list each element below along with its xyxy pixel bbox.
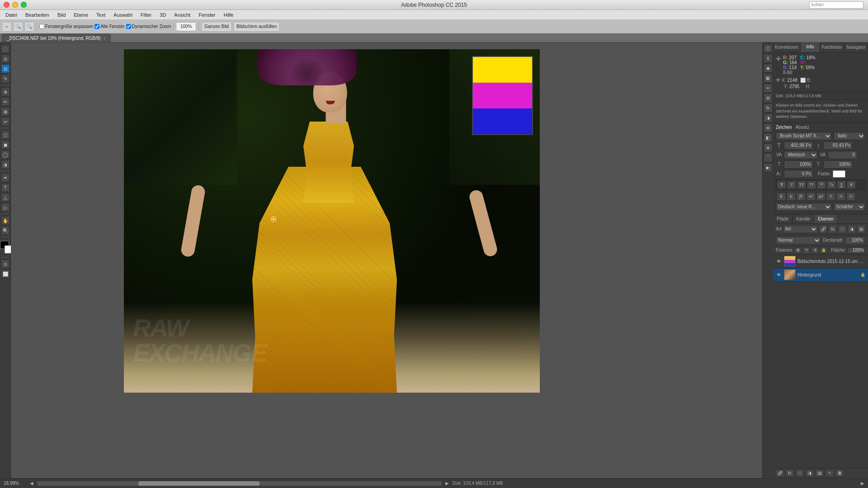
sharpening-select[interactable]: Schärfer bbox=[834, 203, 865, 211]
swash-btn[interactable]: ∫T bbox=[797, 192, 806, 201]
layer-vis-1[interactable]: 👁 bbox=[776, 258, 782, 264]
blur-tool[interactable]: ◯ bbox=[1, 150, 10, 159]
ebenen-tab[interactable]: Ebenen bbox=[814, 215, 837, 223]
hand-tool[interactable]: ✋ bbox=[1, 216, 10, 225]
discretion-btn[interactable]: T bbox=[826, 192, 835, 201]
search-box[interactable]: kohler bbox=[809, 1, 863, 9]
kanaele-tab[interactable]: Kanäle bbox=[793, 215, 814, 223]
tab-absatz[interactable]: Absatz bbox=[796, 125, 810, 130]
fix-lock-btn[interactable]: 🔒 bbox=[820, 247, 827, 253]
pfade-tab[interactable]: Pfade bbox=[773, 215, 793, 223]
actions-btn[interactable]: ▶ bbox=[764, 163, 773, 172]
subscript-btn[interactable]: T₂ bbox=[827, 181, 836, 189]
tab-korrekturen[interactable]: Korrekturen bbox=[773, 42, 801, 52]
art-select[interactable]: Art bbox=[783, 225, 818, 233]
tab-navigator[interactable]: Navigator bbox=[844, 42, 868, 52]
clone-tool[interactable]: ⊠ bbox=[1, 107, 10, 116]
opacity-input[interactable] bbox=[845, 236, 865, 244]
layer-screenshot[interactable]: 👁 Bildschirmfoto 2015-12-15 um 10.47.08 bbox=[773, 255, 868, 268]
menu-bearbeiten[interactable]: Bearbeiten bbox=[22, 11, 53, 19]
menu-fenster[interactable]: Fenster bbox=[195, 11, 219, 19]
fenstergroesse-checkbox[interactable] bbox=[39, 24, 44, 29]
layer-group-btn2[interactable]: ▤ bbox=[816, 469, 824, 477]
titling-btn[interactable]: aT bbox=[807, 192, 816, 201]
menu-hilfe[interactable]: Hilfe bbox=[220, 11, 237, 19]
blend-mode-select[interactable]: Normal bbox=[776, 236, 821, 244]
brush-tool[interactable]: ✏ bbox=[1, 97, 10, 106]
ligature-btn[interactable]: fi bbox=[777, 192, 786, 201]
tab-zeichen[interactable]: Zeichen bbox=[776, 125, 792, 130]
superscript-btn[interactable]: T² bbox=[817, 181, 826, 189]
close-button[interactable] bbox=[4, 2, 9, 8]
dynamischer-zoom-checkbox[interactable] bbox=[126, 24, 131, 29]
minimize-button[interactable] bbox=[12, 2, 18, 8]
paths-btn[interactable]: ⌒ bbox=[764, 153, 773, 162]
strikethrough-btn[interactable]: T bbox=[847, 181, 856, 189]
lasso-tool[interactable]: ⊝ bbox=[1, 54, 10, 63]
font-style-select[interactable]: Italic bbox=[834, 132, 865, 140]
tab-farbfelder[interactable]: Farbfelder bbox=[820, 42, 845, 52]
checkbox-fenstergroesse[interactable]: Fenstergröße anpassen bbox=[39, 24, 93, 29]
menu-ansicht[interactable]: Ansicht bbox=[170, 11, 194, 19]
mask-btn[interactable]: ⊕ bbox=[764, 123, 773, 132]
layer-vis-2[interactable]: 👁 bbox=[776, 272, 782, 278]
bildschirm-button[interactable]: Bildschirm ausfüllen bbox=[233, 22, 280, 32]
text-tool[interactable]: T bbox=[1, 183, 10, 192]
menu-ebene[interactable]: Ebene bbox=[70, 11, 92, 19]
history-tool[interactable]: ↩ bbox=[1, 117, 10, 126]
layers-adjust-btn[interactable]: ◑ bbox=[848, 225, 856, 233]
checkbox-dynamischer-zoom[interactable]: Dynamischer Zoom bbox=[126, 24, 171, 29]
layers-link-btn[interactable]: 🔗 bbox=[819, 225, 827, 233]
toolbar-move-tool[interactable]: ↔ bbox=[2, 22, 12, 32]
allcaps-btn[interactable]: TT bbox=[797, 181, 806, 189]
menu-3d[interactable]: 3D bbox=[156, 11, 170, 19]
underline-btn[interactable]: T bbox=[837, 181, 846, 189]
dodge-tool[interactable]: ◑ bbox=[1, 160, 10, 169]
font-select[interactable]: Brush Script MT It... bbox=[776, 132, 832, 140]
tab-info[interactable]: Info bbox=[801, 42, 820, 52]
layers-group-btn[interactable]: ▤ bbox=[857, 225, 865, 233]
scale-h-input[interactable] bbox=[784, 160, 813, 169]
zoom-tool[interactable]: 🔍 bbox=[1, 226, 10, 235]
tab-close[interactable]: × bbox=[104, 36, 106, 41]
font-size-input[interactable] bbox=[784, 141, 813, 150]
channels-btn[interactable]: ⊗ bbox=[764, 143, 773, 152]
layer-mask-btn2[interactable]: □ bbox=[796, 469, 804, 477]
smallcaps-btn[interactable]: TT bbox=[807, 181, 816, 189]
colorpicker-btn[interactable]: ◉ bbox=[764, 64, 773, 73]
fix-pos-btn[interactable]: ⊞ bbox=[794, 247, 802, 253]
styles-btn[interactable]: fx bbox=[764, 103, 773, 113]
scale-v-input[interactable] bbox=[823, 160, 853, 169]
menu-filter[interactable]: Filter bbox=[137, 11, 155, 19]
layer-link-btn[interactable]: 🔗 bbox=[776, 469, 784, 477]
toolbar-zoom-in[interactable]: 🔍 bbox=[24, 22, 34, 32]
document-tab[interactable]: _DSC3408.NEF bei 19% (Hintergrund, RGB/8… bbox=[2, 34, 111, 42]
layer-hintergrund[interactable]: 👁 Hintergrund 🔒 bbox=[773, 268, 868, 282]
pen-tool[interactable]: ✒ bbox=[1, 173, 10, 182]
path-select-tool[interactable]: ▷ bbox=[1, 203, 10, 212]
menu-auswahl[interactable]: Auswahl bbox=[110, 11, 136, 19]
menu-bild[interactable]: Bild bbox=[54, 11, 69, 19]
fix-brush-btn[interactable]: ✎ bbox=[803, 247, 810, 253]
layer-adjust-btn2[interactable]: ◑ bbox=[806, 469, 814, 477]
canvas-area[interactable]: RAWEXCHANGE bbox=[11, 42, 762, 478]
metrics-select[interactable]: Metrisch bbox=[784, 151, 818, 159]
alle-fenster-checkbox[interactable] bbox=[94, 24, 99, 29]
eraser-tool[interactable]: ◻ bbox=[1, 130, 10, 139]
maximize-button[interactable] bbox=[21, 2, 27, 8]
status-arrow[interactable]: ▶ bbox=[861, 481, 864, 486]
crop-tool[interactable]: ⊡ bbox=[1, 64, 10, 73]
gradient-panel-btn[interactable]: ≡ bbox=[764, 84, 773, 93]
swatches-btn[interactable]: ▦ bbox=[764, 74, 773, 83]
toolbar-zoom-out[interactable]: 🔍 bbox=[13, 22, 23, 32]
status-scroll-left[interactable]: ◀ bbox=[30, 481, 33, 486]
layers-fx-btn[interactable]: fx bbox=[829, 225, 837, 233]
zoom-input[interactable] bbox=[176, 22, 196, 31]
color-swatch[interactable] bbox=[833, 170, 845, 178]
baseline-input[interactable] bbox=[784, 170, 813, 178]
heal-tool[interactable]: ⊕ bbox=[1, 87, 10, 96]
scrollbar[interactable] bbox=[37, 481, 442, 486]
navigator-panel-btn[interactable]: ⬡ bbox=[764, 44, 773, 53]
eyedropper-tool[interactable]: ✎ bbox=[1, 74, 10, 83]
shape-tool[interactable]: △ bbox=[1, 193, 10, 202]
